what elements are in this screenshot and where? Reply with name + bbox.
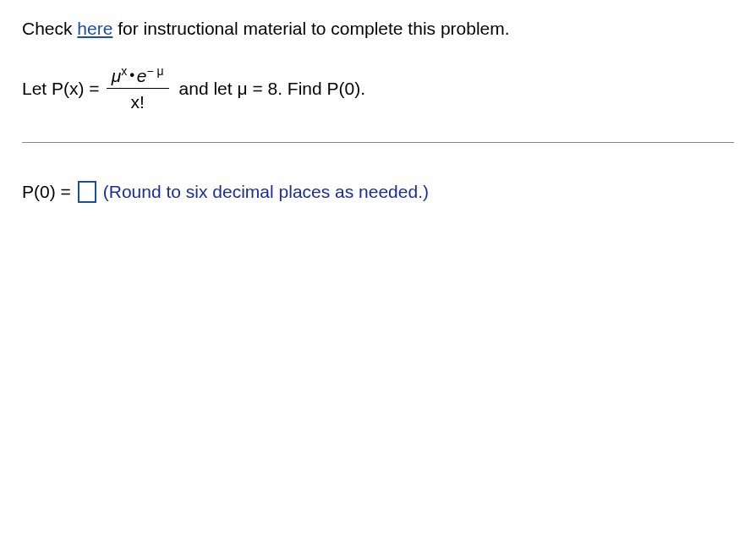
sup-x: x (121, 64, 127, 78)
answer-line: P(0) = (Round to six decimal places as n… (22, 181, 734, 203)
mu-symbol: μ (112, 66, 122, 85)
instruction-prefix: Check (22, 19, 77, 38)
section-divider (22, 142, 734, 143)
formula-suffix: and let μ = 8. Find P(0). (179, 79, 365, 99)
instruction-link[interactable]: here (77, 19, 112, 38)
round-note: (Round to six decimal places as needed.) (103, 182, 429, 202)
answer-label: P(0) = (22, 182, 71, 202)
answer-input[interactable] (78, 181, 96, 203)
dot-symbol: • (129, 68, 134, 82)
e-symbol: e (137, 66, 147, 85)
formula-line: Let P(x) = μx•e− μ x! and let μ = 8. Fin… (22, 64, 734, 112)
formula-prefix: Let P(x) = (22, 79, 100, 99)
fraction-denominator: x! (130, 89, 144, 112)
instruction-line: Check here for instructional material to… (22, 19, 734, 39)
instruction-suffix: for instructional material to complete t… (112, 19, 509, 38)
fraction-numerator: μx•e− μ (107, 64, 169, 88)
formula-fraction: μx•e− μ x! (107, 64, 169, 112)
sup-negmu: − μ (146, 64, 163, 78)
